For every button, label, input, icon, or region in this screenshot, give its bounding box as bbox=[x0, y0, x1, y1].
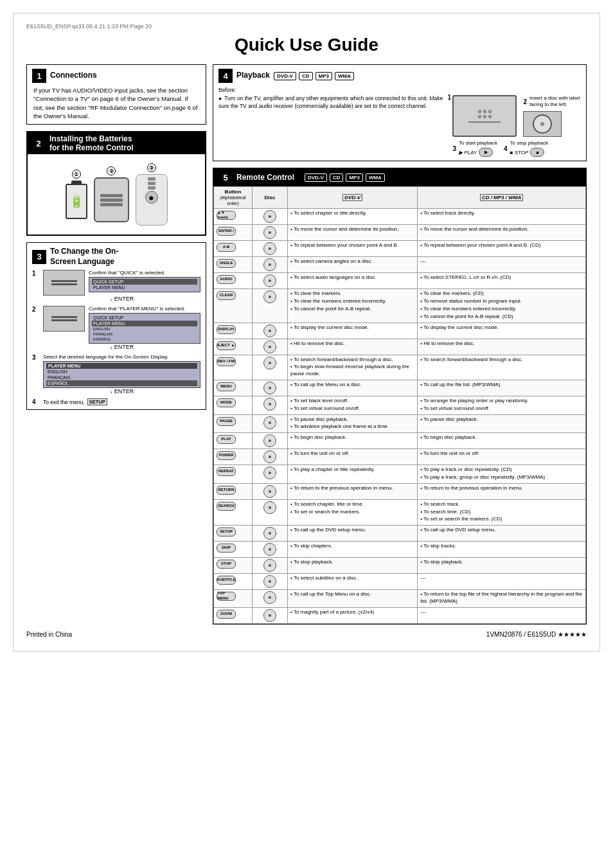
table-cell-cd: • To play a track or disc repeatedly. (C… bbox=[418, 465, 586, 484]
left-column: 1 Connections If your TV has AUDIO/VIDEO… bbox=[26, 64, 206, 624]
table-row: SKIP• To skip chapters.• To skip tracks. bbox=[214, 542, 586, 558]
pstep3-desc: To start playback bbox=[459, 140, 497, 146]
table-cell-dvd: • To set black level on/off.• To set vir… bbox=[288, 396, 418, 414]
table-cell-cd: • To pause disc playback. bbox=[418, 414, 586, 433]
table-cell-disc bbox=[253, 339, 288, 355]
logo-wma: WMA bbox=[335, 72, 354, 80]
table-cell-disc bbox=[253, 396, 288, 414]
battery-label-3: ③ ⬤ bbox=[136, 163, 168, 226]
play-btn-art: ▶ bbox=[479, 148, 493, 157]
table-cell-disc bbox=[253, 590, 288, 608]
table-cell-cd: • To skip tracks. bbox=[418, 542, 586, 558]
table-cell-cd: • To display the current disc mode. bbox=[418, 323, 586, 339]
lang-step3-desc: Select the desired language for the On-S… bbox=[43, 354, 200, 360]
table-cell-dvd: • To search forward/backward through a d… bbox=[288, 355, 418, 380]
table-cell-cd: — bbox=[418, 257, 586, 273]
table-cell-disc bbox=[253, 465, 288, 484]
table-row: ANGLE• To select camera angles on a disc… bbox=[214, 257, 586, 273]
table-cell-disc bbox=[253, 526, 288, 542]
table-cell-disc bbox=[253, 257, 288, 273]
table-cell-disc bbox=[253, 574, 288, 590]
lang-step1-menu: QUICK SETUP PLAYER MENU bbox=[89, 277, 200, 292]
button-icon: SKIP bbox=[217, 544, 236, 553]
section5-number: 5 bbox=[218, 170, 233, 184]
menu-row-spanish2: ESPAÑOL bbox=[92, 337, 197, 342]
stop-btn-art: ■ bbox=[530, 148, 544, 157]
section2-number: 2 bbox=[31, 136, 46, 150]
table-cell-dvd: • To stop playback. bbox=[288, 558, 418, 574]
disc-icon bbox=[263, 527, 276, 540]
table-cell-button: ANGLE bbox=[214, 257, 253, 273]
player-menu-label: PLAYER MENU bbox=[46, 363, 197, 369]
table-row: A-B• To repeat between your chosen point… bbox=[214, 241, 586, 257]
section-language: 3 To Change the On- Screen Language 1 bbox=[26, 242, 206, 410]
before-label: Before: bbox=[218, 87, 581, 93]
table-cell-disc bbox=[253, 607, 288, 623]
table-cell-dvd: • To search chapter, title or time.• To … bbox=[288, 499, 418, 525]
button-icon: PLAY bbox=[217, 435, 236, 444]
section1-number: 1 bbox=[32, 69, 46, 83]
col-header-disc: Disc bbox=[253, 187, 288, 209]
section2-title: Installing the Batteries for the Remote … bbox=[49, 134, 134, 152]
table-cell-dvd: • To call up the Menu on a disc. bbox=[288, 380, 418, 396]
table-cell-button: PAUSE bbox=[214, 414, 253, 433]
enter-arrow-2: ↓ ENTER bbox=[43, 344, 200, 350]
table-cell-button: MODE bbox=[214, 396, 253, 414]
table-row: TOP MENU• To call up the Top Menu on a d… bbox=[214, 590, 586, 608]
table-cell-disc bbox=[253, 433, 288, 449]
table-cell-button: ENTER / bbox=[214, 225, 253, 241]
battery-circle-3: ③ bbox=[147, 163, 156, 172]
section-connections: 1 Connections If your TV has AUDIO/VIDEO… bbox=[26, 64, 206, 125]
table-row: RETURN• To return to the previous operat… bbox=[214, 483, 586, 499]
button-icon: CLEAR bbox=[217, 291, 236, 300]
disc-icon bbox=[263, 450, 276, 463]
lang-step3-num: 3 bbox=[32, 354, 40, 361]
disc-icon bbox=[263, 242, 276, 255]
section-remote: 5 Remote Control DVD-V CD MP3 WMA Button… bbox=[213, 168, 587, 624]
table-cell-dvd: • To call up the Top Menu on a disc. bbox=[288, 590, 418, 608]
menu-row-player2: PLAYER MENU bbox=[92, 321, 197, 326]
section4-header: 4 Playback DVD-V CD MP3 WMA bbox=[218, 69, 581, 83]
table-cell-dvd: • To call up the DVD setup menu. bbox=[288, 526, 418, 542]
pstep1-num: 1 bbox=[447, 94, 451, 101]
section4-number: 4 bbox=[218, 69, 233, 83]
table-cell-cd: • To clear the markers. (CD)• To remove … bbox=[418, 289, 586, 323]
button-icon: SUBTITLE bbox=[217, 576, 236, 585]
table-row: REPEAT• To play a chapter or title repea… bbox=[214, 465, 586, 484]
button-icon: AUDIO bbox=[217, 275, 236, 284]
table-cell-button: REPEAT bbox=[214, 465, 253, 484]
lang-opt-french: FRANÇAIS bbox=[46, 375, 197, 380]
button-icon: ZOOM bbox=[217, 610, 236, 619]
table-cell-dvd: • To clear the markers.• To clear the nu… bbox=[288, 289, 418, 323]
table-cell-disc bbox=[253, 449, 288, 465]
section-playback: 4 Playback DVD-V CD MP3 WMA Before: ● Tu… bbox=[213, 64, 587, 161]
lang-list: PLAYER MENU ENGLISH FRANÇAIS ESPAÑOL bbox=[43, 361, 200, 388]
table-cell-cd: • To begin disc playback. bbox=[418, 433, 586, 449]
enter-arrow-3: ↓ ENTER bbox=[43, 388, 200, 394]
menu-row-french2: FRANÇAIS bbox=[92, 332, 197, 337]
table-cell-button: POWER bbox=[214, 449, 253, 465]
pstep4-num: 4 bbox=[504, 145, 508, 152]
table-cell-button: SEARCH bbox=[214, 499, 253, 525]
table-cell-cd: • To return to the top file of the highe… bbox=[418, 590, 586, 608]
table-cell-disc bbox=[253, 380, 288, 396]
table-cell-button: SETUP bbox=[214, 526, 253, 542]
lang-step1-device bbox=[43, 270, 85, 296]
table-cell-dvd: • To begin disc playback. bbox=[288, 433, 418, 449]
table-cell-disc bbox=[253, 558, 288, 574]
table-cell-button: CLEAR bbox=[214, 289, 253, 323]
table-cell-cd: • To repeat between your chosen point A … bbox=[418, 241, 586, 257]
table-row: PAUSE• To pause disc playback.• To advan… bbox=[214, 414, 586, 433]
table-row: MODE• To set black level on/off.• To set… bbox=[214, 396, 586, 414]
table-cell-disc bbox=[253, 499, 288, 525]
disc-icon bbox=[263, 609, 276, 622]
enter-arrow-1: ↓ ENTER bbox=[43, 296, 200, 302]
setup-label: SETUP bbox=[87, 398, 107, 405]
table-cell-cd: • To stop playback. bbox=[418, 558, 586, 574]
playback-note: ● Turn on the TV, amplifier and any othe… bbox=[218, 95, 447, 111]
table-cell-cd: • To search track.• To search time. (CD)… bbox=[418, 499, 586, 525]
disc-icon bbox=[263, 274, 276, 287]
button-icon: MENU bbox=[217, 382, 236, 391]
page-wrapper: E61S5UD_ENSP.qx33 05.4.21 1:23 PM Page 2… bbox=[13, 13, 600, 651]
pstep3-num: 3 bbox=[452, 145, 456, 152]
